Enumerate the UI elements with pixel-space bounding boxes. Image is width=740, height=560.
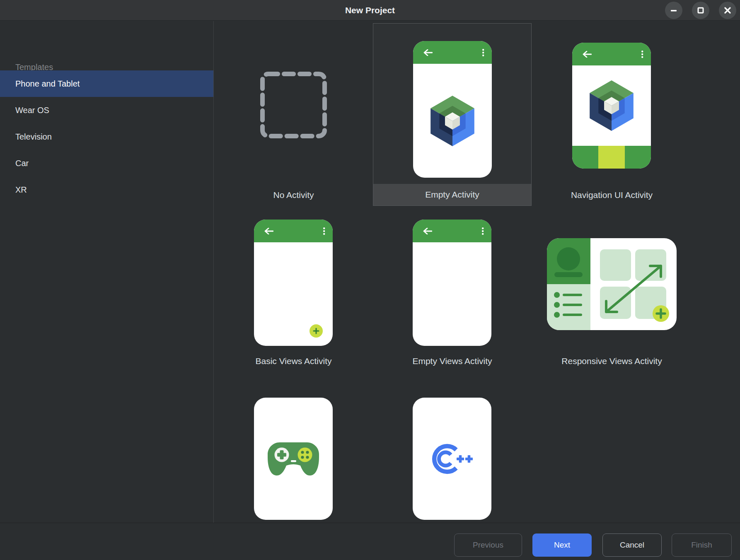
sidebar-item-television[interactable]: Television: [0, 123, 213, 150]
mock-body: [254, 242, 333, 346]
mock-bottom-nav: [572, 146, 651, 169]
template-card-empty-activity[interactable]: Empty Activity: [373, 23, 532, 206]
mock-body: [413, 242, 491, 346]
compose-cube-icon: [427, 94, 478, 147]
close-button[interactable]: [719, 2, 736, 19]
back-arrow-icon: [421, 228, 432, 234]
phone-mockup: [413, 41, 492, 178]
close-icon: [724, 7, 731, 14]
kebab-menu-icon: [323, 227, 325, 235]
back-arrow-icon: [580, 51, 592, 58]
compose-cube-icon: [586, 79, 637, 132]
phone-mockup: [254, 398, 333, 520]
template-label: Empty Views Activity: [373, 350, 532, 372]
cpp-icon: [429, 439, 475, 479]
sidebar-item-xr[interactable]: XR: [0, 176, 213, 203]
template-card-no-activity[interactable]: No Activity: [214, 23, 373, 206]
game-controller-icon: [266, 440, 321, 478]
template-card-basic-views-activity[interactable]: Basic Views Activity: [214, 210, 373, 389]
titlebar: New Project: [0, 0, 740, 21]
mock-toolbar: [572, 43, 651, 65]
maximize-icon: [697, 7, 704, 14]
mock-toolbar: [413, 220, 491, 242]
sidebar-item-car[interactable]: Car: [0, 150, 213, 176]
responsive-layout-icon: [547, 238, 677, 332]
phone-mockup: [413, 220, 491, 346]
fab-plus-icon: [310, 324, 323, 338]
template-card-responsive-views-activity[interactable]: Responsive Views Activity: [532, 210, 691, 389]
template-card-empty-views-activity[interactable]: Empty Views Activity: [373, 210, 532, 389]
mock-toolbar: [413, 41, 492, 64]
template-label: Responsive Views Activity: [532, 350, 691, 372]
mock-body: [572, 65, 651, 146]
back-arrow-icon: [421, 49, 433, 56]
template-card-game-activity[interactable]: [214, 389, 373, 523]
template-label: Navigation UI Activity: [532, 184, 691, 206]
back-arrow-icon: [262, 228, 273, 234]
next-button[interactable]: Next: [532, 533, 592, 557]
mock-body: [413, 64, 492, 178]
mock-body: [254, 398, 333, 520]
footer-divider: [0, 523, 740, 523]
dashed-placeholder-icon: [260, 71, 327, 140]
mock-body: [413, 398, 491, 520]
kebab-menu-icon: [482, 227, 484, 235]
sidebar-item-phone-and-tablet[interactable]: Phone and Tablet: [0, 70, 213, 97]
phone-mockup: [572, 43, 651, 169]
phone-mockup: [413, 398, 491, 520]
maximize-button[interactable]: [692, 2, 709, 19]
sidebar-item-wear-os[interactable]: Wear OS: [0, 97, 213, 123]
finish-button[interactable]: Finish: [672, 533, 732, 557]
templates-sidebar: Templates Phone and Tablet Wear OS Telev…: [0, 21, 214, 523]
template-card-native-cpp[interactable]: [373, 389, 532, 523]
kebab-menu-icon: [482, 49, 484, 56]
cancel-button[interactable]: Cancel: [602, 533, 662, 557]
template-label: Basic Views Activity: [214, 350, 373, 372]
minimize-button[interactable]: [665, 2, 682, 19]
template-card-navigation-ui-activity[interactable]: Navigation UI Activity: [532, 23, 691, 206]
minimize-icon: [670, 7, 677, 14]
template-label: Empty Activity: [373, 184, 531, 205]
kebab-menu-icon: [641, 51, 643, 58]
previous-button[interactable]: Previous: [454, 533, 522, 557]
mock-toolbar: [254, 220, 333, 242]
template-label: No Activity: [214, 184, 373, 206]
dialog-title: New Project: [0, 0, 740, 21]
phone-mockup: [254, 220, 333, 346]
new-project-dialog: New Project Templates Phone and Tablet W…: [0, 0, 740, 560]
